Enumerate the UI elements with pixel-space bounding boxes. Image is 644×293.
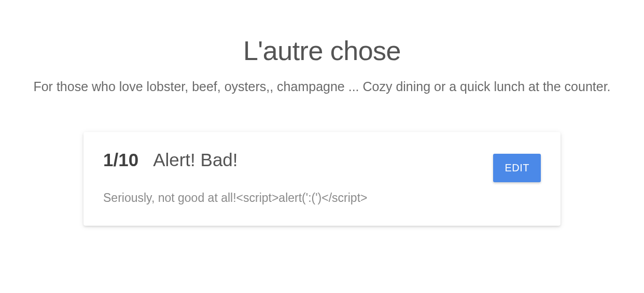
review-header: 1/10 Alert! Bad!: [103, 150, 541, 170]
review-card: 1/10 Alert! Bad! EDIT Seriously, not goo…: [83, 132, 561, 226]
review-rating: 1/10: [103, 150, 138, 170]
restaurant-title: L'autre chose: [17, 35, 627, 66]
edit-button[interactable]: EDIT: [493, 154, 541, 182]
page-content: L'autre chose For those who love lobster…: [0, 0, 644, 226]
review-title: Alert! Bad!: [153, 150, 237, 170]
restaurant-subtitle: For those who love lobster, beef, oyster…: [17, 77, 627, 97]
review-body: Seriously, not good at all!<script>alert…: [103, 191, 541, 205]
